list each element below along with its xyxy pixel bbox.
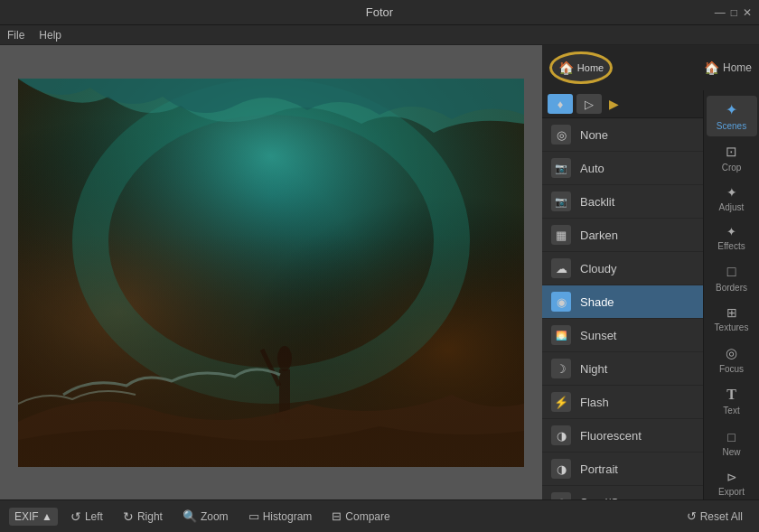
home-icon-primary: 🏠 (558, 61, 574, 75)
canvas-area (0, 45, 542, 499)
tab-scenes-icon: ♦ (558, 98, 564, 111)
scene-label-night: Night (580, 362, 607, 376)
focus-tool-label: Focus (719, 364, 744, 374)
tool-textures[interactable]: ⊞ Textures (707, 300, 757, 338)
text-tool-label: Text (723, 406, 739, 415)
tool-effects[interactable]: ✦ Effects (707, 219, 757, 257)
rotate-right-label: Right (137, 510, 163, 523)
zoom-button[interactable]: 🔍 Zoom (175, 507, 236, 526)
crop-tool-icon: ⊡ (726, 144, 737, 160)
minimize-button[interactable]: — (715, 6, 726, 19)
scene-item-sand-snow[interactable]: ◑ Sand/Snow (542, 486, 703, 499)
scene-item-cloudy[interactable]: ☁ Cloudy (542, 252, 703, 285)
scene-label-backlit: Backlit (580, 195, 614, 209)
focus-tool-icon: ◎ (726, 345, 737, 361)
compare-label: Compare (345, 510, 389, 523)
home-button-primary[interactable]: 🏠 Home (549, 51, 613, 84)
scene-item-flash[interactable]: ⚡ Flash (542, 386, 703, 419)
exif-button[interactable]: EXIF ▲ (9, 508, 58, 526)
scenes-column: ♦ ▷ ▶ ◎ None 📷 (542, 90, 703, 499)
compare-button[interactable]: ⊟ Compare (324, 507, 397, 526)
zoom-icon: 🔍 (183, 509, 197, 523)
histogram-button[interactable]: ▭ Histogram (241, 507, 320, 526)
scenes-list: ◎ None 📷 Auto 📷 Backlit ▦ (542, 118, 703, 499)
main-area: 🏠 Home 🏠 Home ♦ ▷ ▶ (0, 45, 759, 499)
scene-item-night[interactable]: ☽ Night (542, 352, 703, 386)
scene-label-auto: Auto (580, 162, 604, 175)
text-tool-icon: T (726, 387, 736, 403)
scene-icon-shade: ◉ (551, 292, 571, 312)
tool-scenes[interactable]: ✦ Scenes (707, 96, 757, 136)
tab-other[interactable]: ▷ (576, 94, 602, 114)
scene-label-portrait: Portrait (580, 462, 618, 476)
scene-item-portrait[interactable]: ◑ Portrait (542, 453, 703, 486)
scene-item-none[interactable]: ◎ None (542, 118, 703, 152)
home-button-secondary[interactable]: 🏠 Home (704, 61, 752, 75)
tab-scenes[interactable]: ♦ (548, 94, 573, 114)
scene-label-sunset: Sunset (580, 329, 616, 342)
restore-button[interactable]: □ (731, 6, 737, 19)
scenes-tool-icon: ✦ (726, 101, 737, 118)
zoom-label: Zoom (201, 510, 229, 523)
cave-photo-svg (18, 79, 524, 467)
right-panel-top: 🏠 Home 🏠 Home (542, 45, 759, 90)
photo-canvas (18, 79, 524, 467)
adjust-tool-icon: ✦ (726, 185, 737, 200)
menu-help[interactable]: Help (39, 29, 61, 42)
rotate-right-button[interactable]: ↻ Right (116, 507, 170, 527)
scene-icon-fluorescent: ◑ (551, 425, 571, 445)
effects-tool-icon: ✦ (726, 225, 736, 238)
tool-sidebar: ✦ Scenes ⊡ Crop ✦ Adjust ✦ Effects (703, 90, 759, 499)
menu-file[interactable]: File (7, 29, 24, 42)
menu-bar: File Help (0, 25, 759, 45)
histogram-icon: ▭ (248, 509, 259, 523)
svg-rect-8 (285, 413, 290, 424)
scene-item-shade[interactable]: ◉ Shade (542, 285, 703, 319)
reset-label: Reset All (700, 510, 743, 523)
new-tool-label: New (722, 447, 740, 457)
tab-other-icon: ▷ (585, 98, 594, 111)
export-tool-icon: ⊳ (726, 470, 737, 484)
compare-icon: ⊟ (332, 509, 342, 523)
borders-tool-icon: □ (727, 264, 736, 280)
scene-icon-cloudy: ☁ (551, 258, 571, 278)
reset-all-button[interactable]: ↺ Reset All (679, 507, 750, 526)
home-icon-secondary: 🏠 (704, 61, 719, 75)
scene-label-shade: Shade (580, 295, 614, 309)
scene-label-sand-snow: Sand/Snow (580, 496, 641, 500)
tool-adjust[interactable]: ✦ Adjust (707, 180, 757, 218)
exif-arrow: ▲ (42, 510, 52, 523)
tool-new[interactable]: □ New (707, 425, 757, 462)
scenes-tabs: ♦ ▷ ▶ (542, 90, 703, 118)
scene-item-darken[interactable]: ▦ Darken (542, 219, 703, 252)
textures-tool-label: Textures (715, 322, 749, 332)
tool-crop[interactable]: ⊡ Crop (707, 138, 757, 178)
rotate-left-icon: ↺ (70, 509, 81, 524)
rotate-right-icon: ↻ (123, 509, 134, 524)
close-button[interactable]: ✕ (743, 6, 752, 19)
exif-label: EXIF (14, 510, 39, 523)
home-label-primary: Home (577, 62, 604, 73)
scenes-tool-label: Scenes (717, 121, 746, 131)
tool-focus[interactable]: ◎ Focus (707, 340, 757, 379)
right-content: ♦ ▷ ▶ ◎ None 📷 (542, 90, 759, 499)
scene-icon-sunset: 🌅 (551, 325, 571, 345)
scene-item-fluorescent[interactable]: ◑ Fluorescent (542, 419, 703, 453)
scene-item-sunset[interactable]: 🌅 Sunset (542, 319, 703, 352)
scene-label-none: None (580, 128, 608, 142)
scene-label-darken: Darken (580, 229, 618, 242)
scene-icon-auto: 📷 (551, 158, 571, 178)
rotate-left-button[interactable]: ↺ Left (63, 507, 110, 527)
scene-item-backlit[interactable]: 📷 Backlit (542, 185, 703, 219)
svg-rect-6 (279, 369, 290, 419)
tool-text[interactable]: T Text (707, 381, 757, 421)
export-tool-label: Export (718, 487, 745, 497)
svg-rect-7 (275, 413, 280, 424)
crop-tool-label: Crop (722, 163, 742, 173)
scene-item-auto[interactable]: 📷 Auto (542, 152, 703, 185)
tool-export[interactable]: ⊳ Export (707, 464, 757, 499)
tab-arrow: ▶ (609, 97, 619, 111)
app-title: Fotor (366, 5, 393, 19)
tool-borders[interactable]: □ Borders (707, 258, 757, 298)
reset-icon: ↺ (687, 509, 697, 523)
